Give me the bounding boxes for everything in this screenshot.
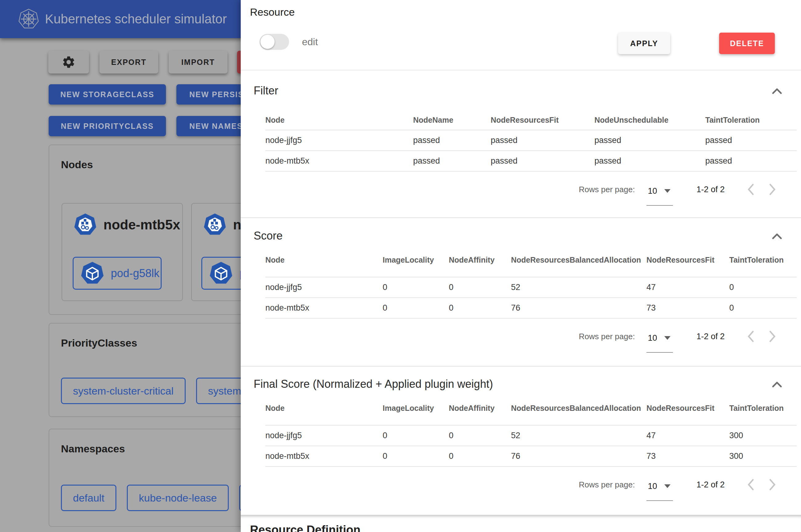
apply-button[interactable]: APPLY (618, 33, 670, 54)
rows-per-page-select[interactable]: 10 (647, 185, 673, 206)
chevron-right-icon (765, 328, 779, 344)
score-table: Node ImageLocality NodeAffinity NodeReso… (265, 243, 797, 319)
cell-node: node-jjfg5 (265, 136, 413, 145)
filter-pagination: Rows per page: 10 1-2 of 2 (241, 179, 779, 199)
table-row: node-mtb5x passed passed passed passed (265, 151, 797, 172)
column-header: Node (265, 255, 383, 264)
column-header: TaintToleration (729, 255, 797, 264)
import-button[interactable]: IMPORT (169, 51, 227, 74)
export-button[interactable]: EXPORT (99, 51, 158, 74)
drawer-title: Resource (250, 6, 295, 18)
final-score-table: Node ImageLocality NodeAffinity NodeReso… (265, 391, 797, 467)
column-header: NodeResourcesFit (647, 255, 729, 264)
rows-per-page-label: Rows per page: (579, 185, 635, 194)
cell-value: passed (491, 136, 595, 145)
chevron-right-icon (765, 182, 779, 197)
resource-drawer: Resource edit APPLY DELETE Filter Node N… (241, 0, 801, 532)
namespaces-panel: Namespaces default kube-node-lease kube (49, 429, 265, 527)
table-row: node-mtb5x 0 0 76 73 0 (265, 298, 797, 319)
score-collapse-button[interactable] (770, 231, 784, 241)
chevron-up-icon (771, 380, 783, 388)
final-score-section-title: Final Score (Normalized + Applied plugin… (254, 378, 493, 391)
cell-value: passed (491, 156, 595, 166)
next-page-button[interactable] (765, 182, 779, 197)
chevron-up-icon (771, 232, 783, 240)
next-page-button[interactable] (765, 477, 779, 493)
cell-node: node-mtb5x (265, 452, 383, 461)
pod-chip[interactable]: pod-g58lk (73, 257, 162, 290)
previous-page-button[interactable] (744, 477, 758, 493)
resource-definition-section: Resource Definition (241, 515, 801, 532)
final-score-section: Final Score (Normalized + Applied plugin… (241, 366, 801, 515)
rows-per-page-label: Rows per page: (579, 332, 635, 341)
namespace-chip[interactable]: kube-node-lease (127, 484, 229, 511)
final-score-pagination: Rows per page: 10 1-2 of 2 (241, 475, 779, 494)
edit-toggle[interactable] (259, 34, 289, 50)
previous-page-button[interactable] (744, 182, 758, 197)
nodes-panel: Nodes node-mtb5x (49, 145, 265, 315)
cell-value: passed (595, 156, 705, 166)
pod-name: pod-g58lk (111, 267, 160, 280)
filter-table: Node NodeName NodeResourcesFit NodeUnsch… (265, 110, 797, 172)
column-header: NodeName (413, 116, 491, 125)
cell-node: node-mtb5x (265, 303, 383, 313)
column-header: NodeAffinity (449, 255, 511, 264)
drawer-header: Resource edit APPLY DELETE (241, 0, 801, 71)
cell-value: passed (595, 136, 705, 145)
cell-value: 76 (511, 452, 647, 461)
chevron-left-icon (744, 328, 758, 344)
new-storageclass-button[interactable]: NEW STORAGECLASS (49, 84, 166, 104)
namespace-chip[interactable]: default (61, 484, 116, 511)
cell-value: 0 (449, 452, 511, 461)
table-row: node-jjfg5 passed passed passed passed (265, 130, 797, 151)
previous-page-button[interactable] (744, 328, 758, 344)
table-row: node-mtb5x 0 0 76 73 300 (265, 446, 797, 467)
gear-icon (61, 55, 76, 69)
cell-value: 300 (729, 431, 797, 440)
cell-node: node-jjfg5 (265, 431, 383, 440)
node-card[interactable]: node-mtb5x pod-g58lk (61, 203, 183, 301)
cell-value: passed (705, 136, 797, 145)
cell-value: 0 (383, 452, 449, 461)
next-page-button[interactable] (765, 328, 779, 344)
rows-per-page-value: 10 (648, 333, 657, 343)
priorityclasses-title: PriorityClasses (61, 337, 265, 349)
new-priorityclass-button[interactable]: NEW PRIORITYCLASS (49, 116, 166, 136)
pod-icon (80, 261, 105, 286)
nodes-panel-title: Nodes (61, 159, 265, 171)
kubernetes-logo-icon (18, 7, 39, 31)
chevron-up-icon (771, 87, 783, 95)
cell-value: passed (413, 156, 491, 166)
node-icon (73, 213, 97, 237)
rows-per-page-value: 10 (648, 186, 657, 196)
cell-value: 47 (647, 431, 729, 440)
filter-collapse-button[interactable] (770, 86, 784, 96)
resource-definition-title: Resource Definition (250, 524, 801, 532)
cell-value: 0 (383, 431, 449, 440)
cell-value: 73 (647, 303, 729, 313)
cell-node: node-mtb5x (265, 156, 413, 166)
cell-value: 0 (449, 431, 511, 440)
cell-value: 76 (511, 303, 647, 313)
caret-down-icon (664, 484, 671, 488)
final-score-collapse-button[interactable] (770, 379, 784, 389)
delete-button[interactable]: DELETE (719, 33, 775, 54)
rows-per-page-value: 10 (648, 481, 657, 491)
cell-value: passed (413, 136, 491, 145)
priorityclasses-panel: PriorityClasses system-cluster-critical … (49, 323, 265, 417)
column-header: NodeResourcesFit (647, 404, 729, 413)
settings-button[interactable] (48, 51, 89, 74)
rows-per-page-select[interactable]: 10 (647, 331, 673, 353)
pod-icon (209, 261, 233, 286)
column-header: NodeResourcesBalancedAllocation (511, 255, 647, 264)
cell-value: 0 (383, 283, 449, 292)
cell-value: 0 (729, 303, 797, 313)
rows-per-page-select[interactable]: 10 (647, 480, 673, 501)
namespaces-title: Namespaces (61, 443, 265, 455)
cell-value: 0 (383, 303, 449, 313)
node-name: node-mtb5x (104, 217, 180, 232)
page-range: 1-2 of 2 (696, 185, 725, 194)
column-header: TaintToleration (705, 116, 797, 125)
priorityclass-chip[interactable]: system-cluster-critical (61, 378, 186, 404)
column-header: Node (265, 404, 383, 413)
